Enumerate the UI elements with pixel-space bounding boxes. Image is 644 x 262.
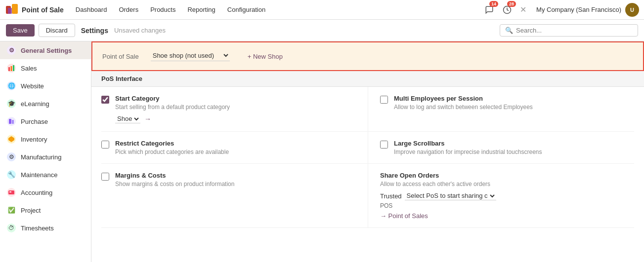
setting-large-scrollbars: Large Scrollbars Improve navigation for …	[368, 132, 634, 164]
pos-select-wrapper: Shoe shop (not used)	[151, 51, 230, 61]
svg-rect-8	[12, 120, 14, 124]
sidebar-label-manufacturing: Manufacturing	[21, 153, 61, 161]
restrict-categories-checkbox[interactable]	[101, 141, 109, 149]
chat-badge: 14	[489, 1, 498, 7]
nav-icons: 14 28 ✕ My Company (San Francisco) U	[482, 3, 639, 17]
start-category-title: Start Category	[115, 95, 360, 102]
point-of-sales-link[interactable]: → Point of Sales	[380, 212, 428, 220]
share-orders-desc: Allow to access each other's active orde…	[380, 181, 626, 187]
pos-select[interactable]: Shoe shop (not used)	[151, 51, 230, 60]
timesheets-icon: ⏱	[7, 224, 16, 232]
sidebar-label-purchase: Purchase	[21, 118, 48, 125]
svg-marker-9	[8, 136, 14, 142]
nav-products[interactable]: Products	[145, 4, 180, 15]
settings-title: Settings	[81, 27, 108, 35]
nav-configuration[interactable]: Configuration	[222, 4, 270, 15]
elearning-icon: 🎓	[7, 99, 16, 108]
trusted-label: Trusted	[380, 192, 402, 200]
svg-rect-2	[8, 8, 12, 14]
svg-rect-11	[9, 191, 11, 192]
content-area: Point of Sale Shoe shop (not used) + New…	[91, 41, 644, 262]
margins-costs-content: Margins & Costs Show margins & costs on …	[115, 172, 360, 187]
avatar[interactable]: U	[625, 3, 639, 17]
app-logo-icon	[5, 3, 19, 17]
chat-icon-btn[interactable]: 14	[482, 3, 496, 17]
company-selector[interactable]: My Company (San Francisco)	[536, 6, 621, 13]
start-category-arrow[interactable]: →	[144, 115, 151, 123]
large-scrollbars-checkbox[interactable]	[380, 141, 388, 149]
svg-rect-6	[13, 65, 14, 71]
margins-costs-checkbox[interactable]	[101, 173, 109, 181]
sidebar-label-project: Project	[21, 207, 41, 214]
settings-grid: Start Category Start selling from a defa…	[91, 87, 644, 228]
large-scrollbars-title: Large Scrollbars	[394, 140, 626, 147]
top-nav: Point of Sale Dashboard Orders Products …	[0, 0, 644, 20]
save-button[interactable]: Save	[6, 24, 35, 37]
multi-employees-checkbox[interactable]	[380, 96, 388, 104]
company-name: My Company (San Francisco)	[536, 6, 621, 13]
sales-icon	[7, 64, 16, 73]
project-icon: ✅	[7, 206, 16, 215]
activity-icon-btn[interactable]: 28	[500, 3, 514, 17]
nav-orders[interactable]: Orders	[114, 4, 143, 15]
sidebar-item-general-settings[interactable]: ⚙ General Settings	[0, 41, 91, 59]
pos-sublabel: POS	[380, 202, 626, 209]
sidebar-item-project[interactable]: ✅ Project	[0, 201, 91, 219]
discard-button[interactable]: Discard	[39, 24, 75, 37]
margins-costs-desc: Show margins & costs on product informat…	[115, 181, 360, 187]
setting-start-category: Start Category Start selling from a defa…	[101, 87, 368, 132]
maintenance-icon: 🔧	[7, 170, 16, 179]
new-shop-button[interactable]: + New Shop	[248, 53, 283, 60]
accounting-icon	[7, 188, 16, 197]
trusted-pos-select[interactable]: Select PoS to start sharing c	[405, 191, 496, 200]
settings-icon: ⚙	[7, 46, 16, 55]
sidebar-label-accounting: Accounting	[21, 189, 52, 196]
sidebar-item-manufacturing[interactable]: ⚙ Manufacturing	[0, 148, 91, 166]
purchase-icon	[7, 117, 16, 126]
sidebar-item-inventory[interactable]: Inventory	[0, 130, 91, 148]
start-category-checkbox[interactable]	[101, 96, 109, 104]
search-icon: 🔍	[505, 27, 513, 34]
sidebar-label-sales: Sales	[21, 65, 37, 72]
sidebar-item-elearning[interactable]: 🎓 eLearning	[0, 95, 91, 112]
sidebar-label-inventory: Inventory	[21, 136, 47, 143]
sidebar-item-maintenance[interactable]: 🔧 Maintenance	[0, 166, 91, 184]
svg-rect-5	[11, 66, 12, 71]
share-orders-title: Share Open Orders	[380, 172, 626, 179]
sidebar-label-website: Website	[21, 82, 44, 90]
restrict-categories-content: Restrict Categories Pick which product c…	[115, 140, 360, 155]
sidebar-label-timesheets: Timesheets	[21, 225, 54, 232]
nav-reporting[interactable]: Reporting	[182, 4, 220, 15]
app-logo[interactable]: Point of Sale	[5, 3, 64, 17]
sidebar-item-timesheets[interactable]: ⏱ Timesheets	[0, 219, 91, 237]
svg-rect-10	[8, 190, 14, 194]
app-title: Point of Sale	[22, 6, 64, 14]
sidebar-item-accounting[interactable]: Accounting	[0, 184, 91, 201]
setting-margins-costs: Margins & Costs Show margins & costs on …	[101, 164, 368, 228]
activity-badge: 28	[507, 1, 516, 7]
toolbar: Save Discard Settings Unsaved changes 🔍	[0, 20, 644, 41]
start-category-control: Shoe →	[115, 114, 360, 123]
sidebar-item-sales[interactable]: Sales	[0, 59, 91, 77]
search-input[interactable]	[516, 27, 633, 34]
pos-header: Point of Sale Shoe shop (not used) + New…	[91, 41, 644, 71]
multi-employees-title: Multi Employees per Session	[394, 95, 626, 102]
nav-dashboard[interactable]: Dashboard	[71, 4, 112, 15]
margins-costs-title: Margins & Costs	[115, 172, 360, 179]
sidebar-item-website[interactable]: 🌐 Website	[0, 77, 91, 95]
svg-rect-4	[8, 67, 10, 71]
trusted-row: Trusted Select PoS to start sharing c	[380, 191, 626, 200]
unsaved-indicator: Unsaved changes	[114, 27, 166, 34]
sidebar-item-purchase[interactable]: Purchase	[0, 112, 91, 130]
setting-multi-employees: Multi Employees per Session Allow to log…	[368, 87, 634, 132]
start-category-content: Start Category Start selling from a defa…	[115, 95, 360, 123]
svg-rect-1	[12, 4, 18, 14]
svg-rect-7	[9, 119, 11, 124]
close-icon[interactable]: ✕	[520, 5, 526, 14]
start-category-select[interactable]: Shoe	[115, 114, 140, 123]
large-scrollbars-content: Large Scrollbars Improve navigation for …	[394, 140, 626, 155]
share-open-orders-section: Share Open Orders Allow to access each o…	[368, 164, 634, 228]
sidebar-label-general-settings: General Settings	[21, 47, 72, 54]
large-scrollbars-desc: Improve navigation for imprecise industr…	[394, 149, 626, 155]
restrict-categories-desc: Pick which product categories are availa…	[115, 149, 360, 155]
